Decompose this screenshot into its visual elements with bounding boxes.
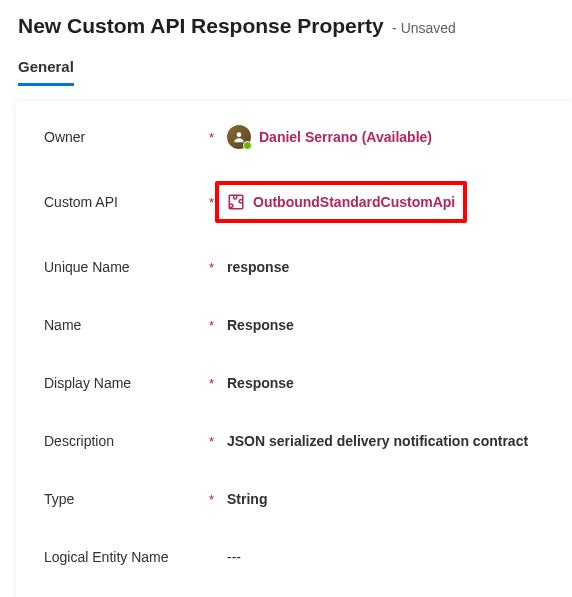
required-indicator: * [209, 318, 227, 333]
field-unique-name: Unique Name * response [44, 253, 544, 281]
label-owner: Owner [44, 129, 209, 145]
required-indicator: * [209, 260, 227, 275]
field-logical-entity-name: Logical Entity Name --- [44, 543, 544, 571]
unique-name-input[interactable]: response [227, 259, 289, 275]
page-title: New Custom API Response Property [18, 14, 384, 37]
svg-point-0 [237, 132, 242, 137]
owner-lookup[interactable]: Daniel Serrano (Available) [227, 125, 432, 149]
field-name: Name * Response [44, 311, 544, 339]
field-custom-api: Custom API * OutboundStandardCustomApi [44, 181, 544, 223]
field-display-name: Display Name * Response [44, 369, 544, 397]
required-indicator: * [209, 130, 227, 145]
field-type: Type * String [44, 485, 544, 513]
description-input[interactable]: JSON serialized delivery notification co… [227, 433, 528, 449]
tab-general[interactable]: General [18, 58, 74, 86]
logical-entity-name-input[interactable]: --- [227, 549, 241, 565]
field-owner: Owner * Daniel Serrano (Available) [44, 123, 544, 151]
label-description: Description [44, 433, 209, 449]
label-unique-name: Unique Name [44, 259, 209, 275]
name-input[interactable]: Response [227, 317, 294, 333]
form-panel: Owner * Daniel Serrano (Available) Custo… [16, 101, 572, 597]
required-indicator: * [209, 376, 227, 391]
display-name-input[interactable]: Response [227, 375, 294, 391]
required-indicator: * [209, 492, 227, 507]
avatar-icon [227, 125, 251, 149]
label-display-name: Display Name [44, 375, 209, 391]
owner-value: Daniel Serrano (Available) [259, 129, 432, 145]
label-logical-entity-name: Logical Entity Name [44, 549, 209, 565]
label-name: Name [44, 317, 209, 333]
custom-api-lookup[interactable]: OutboundStandardCustomApi [215, 181, 467, 223]
label-type: Type [44, 491, 209, 507]
presence-icon [243, 141, 252, 150]
page-status: - Unsaved [392, 20, 456, 36]
puzzle-icon [227, 193, 245, 211]
field-description: Description * JSON serialized delivery n… [44, 427, 544, 455]
required-indicator: * [209, 434, 227, 449]
tab-bar: General [0, 46, 572, 87]
label-custom-api: Custom API [44, 194, 209, 210]
page-header: New Custom API Response Property - Unsav… [0, 0, 572, 46]
custom-api-value: OutboundStandardCustomApi [253, 194, 455, 210]
type-select[interactable]: String [227, 491, 267, 507]
